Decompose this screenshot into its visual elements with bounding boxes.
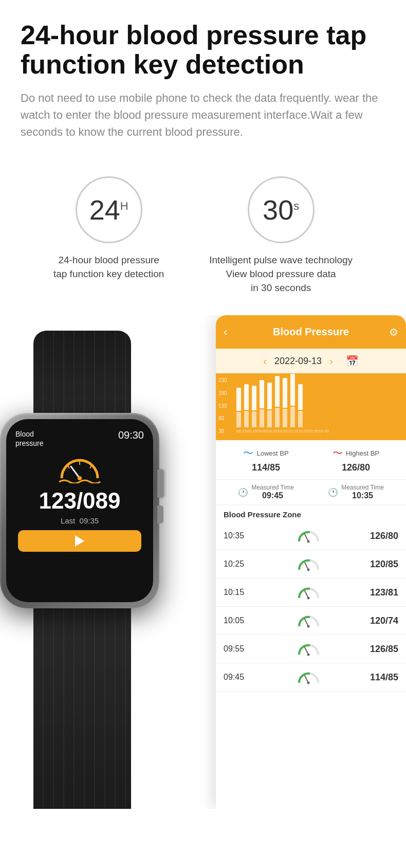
lowest-bp-label: Lowest BP: [256, 449, 288, 457]
app-title: Blood Pressure: [273, 326, 349, 338]
chart-y-130: 130: [218, 403, 227, 409]
chart-y-30: 30: [218, 428, 227, 434]
play-icon: [75, 535, 84, 547]
bp-row-3[interactable]: 10:05 120/74: [216, 607, 406, 635]
feature-30s-label: Intelligent pulse wave technology View b…: [209, 254, 353, 295]
bp-row-reading-3: 120/74: [357, 616, 398, 626]
chart-bar-group-2: [252, 386, 256, 427]
bp-row-time-2: 10:15: [224, 588, 260, 597]
chart-bar-sys-2: [252, 386, 256, 410]
chart-x-labels: 09:25 09:35 09:45 09:55 10:05 10:15 10:2…: [234, 429, 401, 433]
bp-row-0[interactable]: 10:35 126/80: [216, 522, 406, 550]
lowest-bp-wave-icon: 〜: [243, 446, 253, 460]
bp-row-time-3: 10:05: [224, 616, 260, 625]
app-panel: ‹ Blood Pressure ⚙ ‹ 2022-09-13 › 📅 230 …: [216, 315, 406, 809]
measured-time-col-2: 🕐 Measured Time 10:35: [311, 484, 401, 500]
bp-row-2[interactable]: 10:15 123/81: [216, 578, 406, 607]
svg-point-6: [78, 476, 82, 480]
watch-side-button[interactable]: [157, 469, 163, 498]
svg-line-3: [90, 465, 91, 468]
bp-row-gauge-1: [260, 556, 357, 572]
watch-app-section: Bloodpressure 09:30: [0, 315, 406, 809]
subtitle: Do not need to use mobile phone to check…: [21, 89, 385, 140]
feature-24h-unit: H: [120, 200, 128, 212]
lowest-bp-col: 〜 Lowest BP 114/85: [221, 446, 311, 473]
watch-bp-label: Bloodpressure: [15, 429, 43, 448]
clock-icon-1: 🕐: [238, 487, 248, 497]
svg-point-12: [307, 597, 309, 600]
chart-bar-dia-0: [236, 412, 241, 427]
highest-bp-value: 126/80: [311, 462, 401, 473]
bp-row-gauge-2: [260, 585, 357, 600]
chart-bar-dia-4: [267, 410, 272, 427]
header-section: 24-hour blood pressure tap function key …: [0, 0, 406, 151]
chart-y-230: 230: [218, 377, 227, 383]
feature-30s: 30s Intelligent pulse wave technology Vi…: [209, 176, 353, 295]
chart-y-180: 180: [218, 390, 227, 396]
chart-bar-group-6: [283, 378, 287, 427]
feature-24h: 24H 24-hour blood pressure tap function …: [53, 176, 164, 295]
watch-play-button[interactable]: [18, 530, 141, 552]
chart-bar-sys-7: [290, 374, 295, 406]
chart-bar-dia-1: [244, 411, 249, 427]
feature-30s-unit: s: [293, 200, 299, 212]
date-display: 2022-09-13: [274, 356, 322, 367]
feature-30s-number: 30s: [263, 196, 299, 224]
chart-bar-group-5: [275, 376, 280, 427]
watch-time-display: 09:30: [118, 429, 144, 441]
chart-bar-dia-3: [260, 409, 264, 427]
bp-row-time-1: 10:25: [224, 559, 260, 569]
bp-list: 10:35 126/8010:25 120/8510:15 123/8110:0…: [216, 522, 406, 692]
watch-gauge-icon: [15, 455, 144, 483]
svg-point-10: [307, 569, 309, 571]
bp-row-gauge-0: [260, 528, 357, 544]
chart-bar-dia-5: [275, 408, 280, 427]
highest-bp-wave-icon: 〜: [333, 446, 343, 460]
chart-bar-sys-8: [298, 384, 303, 410]
chart-bar-sys-1: [244, 384, 249, 410]
chart-bar-sys-3: [260, 380, 264, 408]
bp-row-reading-1: 120/85: [357, 559, 398, 570]
highest-bp-col: 〜 Highest BP 126/80: [311, 446, 401, 473]
date-next-button[interactable]: ›: [329, 355, 333, 367]
svg-line-1: [68, 465, 69, 468]
bp-row-gauge-3: [260, 613, 357, 628]
date-prev-button[interactable]: ‹: [263, 355, 267, 367]
lowest-bp-value: 114/85: [221, 462, 311, 473]
svg-point-18: [307, 682, 309, 684]
chart-y-labels: 230 180 130 80 30: [218, 377, 227, 434]
chart-y-80: 80: [218, 415, 227, 421]
features-section: 24H 24-hour blood pressure tap function …: [0, 151, 406, 315]
measured-time-value-2: 10:35: [341, 491, 384, 500]
svg-line-5: [71, 466, 80, 478]
chart-bar-dia-8: [298, 411, 303, 427]
watch-side-button-2[interactable]: [157, 505, 163, 523]
calendar-icon[interactable]: 📅: [346, 355, 359, 367]
chart-bar-group-0: [236, 388, 241, 427]
measured-time-label-1: Measured Time: [251, 484, 294, 491]
chart-area: 230 180 130 80 30 09:25 09:35 09:45 09:5…: [216, 373, 406, 440]
bp-row-5[interactable]: 09:45 114/85: [216, 663, 406, 692]
date-row: ‹ 2022-09-13 › 📅: [216, 349, 406, 373]
chart-bar-dia-7: [290, 407, 295, 427]
chart-bar-sys-4: [267, 383, 272, 409]
bp-row-reading-4: 126/85: [357, 644, 398, 655]
bp-row-reading-5: 114/85: [357, 672, 398, 683]
svg-point-14: [307, 625, 309, 628]
bp-row-4[interactable]: 09:55 126/85: [216, 635, 406, 663]
clock-icon-2: 🕐: [328, 487, 338, 497]
svg-point-8: [307, 540, 309, 543]
bp-row-time-4: 09:55: [224, 644, 260, 654]
app-header: ‹ Blood Pressure ⚙: [216, 315, 406, 349]
chart-bars: [234, 378, 401, 427]
measured-time-col-1: 🕐 Measured Time 09:45: [221, 484, 311, 500]
highest-bp-label: Highest BP: [346, 449, 379, 457]
watch-last-time: Last 09:35: [15, 516, 144, 525]
bp-row-time-0: 10:35: [224, 531, 260, 540]
app-settings-button[interactable]: ⚙: [389, 326, 398, 338]
bp-row-1[interactable]: 10:25 120/85: [216, 550, 406, 578]
chart-bar-sys-5: [275, 376, 280, 407]
feature-24h-label: 24-hour blood pressure tap function key …: [53, 254, 164, 281]
bp-row-gauge-5: [260, 670, 357, 685]
app-back-button[interactable]: ‹: [224, 326, 227, 339]
